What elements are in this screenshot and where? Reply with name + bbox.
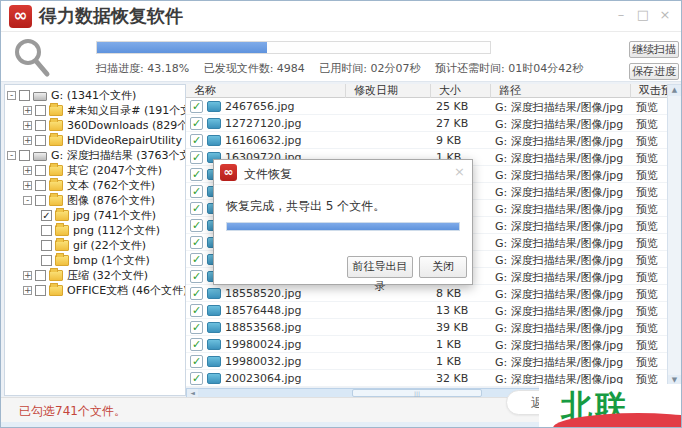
expander-icon[interactable]: +: [23, 271, 32, 280]
expander-icon[interactable]: +: [23, 106, 32, 115]
preview-link[interactable]: 预览: [636, 304, 658, 319]
tree-item[interactable]: + HDVideoRepairUtility (321个文件): [5, 133, 185, 148]
expander-icon[interactable]: +: [23, 121, 32, 130]
expander-icon[interactable]: +: [23, 136, 32, 145]
row-checkbox[interactable]: ✓: [190, 338, 203, 351]
tree-item[interactable]: + 其它 (2047个文件): [5, 163, 185, 178]
preview-link[interactable]: 预览: [636, 253, 658, 268]
row-checkbox[interactable]: ✓: [190, 117, 203, 130]
column-header-date[interactable]: 修改日期: [345, 84, 430, 98]
row-checkbox[interactable]: ✓: [190, 304, 203, 317]
row-checkbox[interactable]: ✓: [190, 253, 203, 266]
tree-item[interactable]: ✓ jpg (741个文件): [5, 208, 185, 223]
tree-checkbox[interactable]: [41, 240, 52, 251]
tree-checkbox[interactable]: [19, 90, 30, 101]
tree-item[interactable]: gif (22个文件): [5, 238, 185, 253]
minimize-icon[interactable]: –: [613, 7, 629, 23]
save-progress-button[interactable]: 保存进度: [629, 63, 679, 80]
tree-checkbox[interactable]: ✓: [41, 210, 52, 221]
table-row[interactable]: ✓ 19980032.jpg 1 KB G: 深度扫描结果/图像/jpg 预览: [186, 353, 667, 370]
row-checkbox[interactable]: ✓: [190, 134, 203, 147]
table-row[interactable]: ✓ 18576448.jpg 13 KB G: 深度扫描结果/图像/jpg 预览: [186, 302, 667, 319]
file-path: G: 深度扫描结果/图像/jpg: [495, 253, 623, 268]
tree-checkbox[interactable]: [35, 195, 46, 206]
tree-checkbox[interactable]: [35, 135, 46, 146]
file-size: 25 KB: [436, 100, 468, 113]
preview-link[interactable]: 预览: [636, 270, 658, 285]
tree-item[interactable]: + 文本 (762个文件): [5, 178, 185, 193]
expander-icon[interactable]: +: [23, 181, 32, 190]
row-checkbox[interactable]: ✓: [190, 202, 203, 215]
dialog-close-button[interactable]: 关闭: [419, 256, 467, 278]
tree-item[interactable]: - G: (1341个文件): [5, 88, 185, 103]
row-checkbox[interactable]: ✓: [190, 355, 203, 368]
tree-checkbox[interactable]: [35, 120, 46, 131]
preview-link[interactable]: 预览: [636, 236, 658, 251]
tree-item[interactable]: + #未知义目录# (191个文件): [5, 103, 185, 118]
preview-link[interactable]: 预览: [636, 117, 658, 132]
table-row[interactable]: ✓ 18558520.jpg 8 KB G: 深度扫描结果/图像/jpg 预览: [186, 285, 667, 302]
tree-checkbox[interactable]: [35, 165, 46, 176]
tree-checkbox[interactable]: [35, 180, 46, 191]
preview-link[interactable]: 预览: [636, 321, 658, 336]
close-icon[interactable]: ×: [657, 7, 673, 23]
expander-icon[interactable]: -: [7, 151, 16, 160]
dialog-close-icon[interactable]: ×: [454, 164, 465, 179]
preview-link[interactable]: 预览: [636, 355, 658, 370]
preview-link[interactable]: 预览: [636, 168, 658, 183]
row-checkbox[interactable]: ✓: [190, 270, 203, 283]
expander-icon[interactable]: +: [23, 166, 32, 175]
preview-link[interactable]: 预览: [636, 100, 658, 115]
column-header-path[interactable]: 路径: [490, 84, 630, 98]
expander-icon[interactable]: +: [23, 286, 32, 295]
tree-item[interactable]: + OFFICE文档 (46个文件): [5, 283, 185, 298]
tree-checkbox[interactable]: [19, 150, 30, 161]
tree-checkbox[interactable]: [35, 105, 46, 116]
row-checkbox[interactable]: ✓: [190, 321, 203, 334]
table-row[interactable]: ✓ 19980024.jpg 1 KB G: 深度扫描结果/图像/jpg 预览: [186, 336, 667, 353]
preview-link[interactable]: 预览: [636, 202, 658, 217]
maximize-icon[interactable]: □: [635, 7, 651, 23]
horizontal-scrollbar-thumb[interactable]: [352, 389, 482, 397]
tree-item[interactable]: bmp (1个文件): [5, 253, 185, 268]
row-checkbox[interactable]: ✓: [190, 185, 203, 198]
tree-item[interactable]: + 压缩 (32个文件): [5, 268, 185, 283]
scroll-up-icon[interactable]: ▲: [668, 85, 681, 96]
row-checkbox[interactable]: ✓: [190, 372, 203, 385]
tree-checkbox[interactable]: [41, 255, 52, 266]
table-row[interactable]: ✓ 12727120.jpg 27 KB G: 深度扫描结果/图像/jpg 预览: [186, 115, 667, 132]
preview-link[interactable]: 预览: [636, 134, 658, 149]
preview-link[interactable]: 预览: [636, 219, 658, 234]
tree-item[interactable]: png (112个文件): [5, 223, 185, 238]
row-checkbox[interactable]: ✓: [190, 168, 203, 181]
column-header-preview[interactable]: 双击预览: [630, 84, 667, 98]
preview-link[interactable]: 预览: [636, 287, 658, 302]
row-checkbox[interactable]: ✓: [190, 100, 203, 113]
table-row[interactable]: ✓ 18853568.jpg 39 KB G: 深度扫描结果/图像/jpg 预览: [186, 319, 667, 336]
tree-item[interactable]: + 360Downloads (829个文件): [5, 118, 185, 133]
row-checkbox[interactable]: ✓: [190, 151, 203, 164]
preview-link[interactable]: 预览: [636, 185, 658, 200]
file-path: G: 深度扫描结果/图像/jpg: [495, 270, 623, 285]
column-header-size[interactable]: 大小: [430, 84, 490, 98]
tree-checkbox[interactable]: [35, 270, 46, 281]
continue-scan-button[interactable]: 继续扫描: [629, 41, 679, 58]
column-header-name[interactable]: 名称: [186, 84, 345, 98]
tree-checkbox[interactable]: [35, 285, 46, 296]
open-export-dir-button[interactable]: 前往导出目录: [347, 256, 413, 278]
file-type-icon: [207, 135, 221, 146]
expander-icon[interactable]: -: [7, 91, 16, 100]
expander-icon[interactable]: -: [23, 196, 32, 205]
table-row[interactable]: ✓ 2467656.jpg 25 KB G: 深度扫描结果/图像/jpg 预览: [186, 98, 667, 115]
preview-link[interactable]: 预览: [636, 151, 658, 166]
tree-item[interactable]: - 图像 (876个文件): [5, 193, 185, 208]
row-checkbox[interactable]: ✓: [190, 287, 203, 300]
scroll-left-icon[interactable]: ◄: [187, 389, 198, 397]
vertical-scrollbar[interactable]: ▲ ▼: [667, 84, 682, 387]
tree-item[interactable]: - G: 深度扫描结果 (3763个文件): [5, 148, 185, 163]
table-row[interactable]: ✓ 16160632.jpg 9 KB G: 深度扫描结果/图像/jpg 预览: [186, 132, 667, 149]
tree-checkbox[interactable]: [41, 225, 52, 236]
row-checkbox[interactable]: ✓: [190, 236, 203, 249]
preview-link[interactable]: 预览: [636, 338, 658, 353]
row-checkbox[interactable]: ✓: [190, 219, 203, 232]
